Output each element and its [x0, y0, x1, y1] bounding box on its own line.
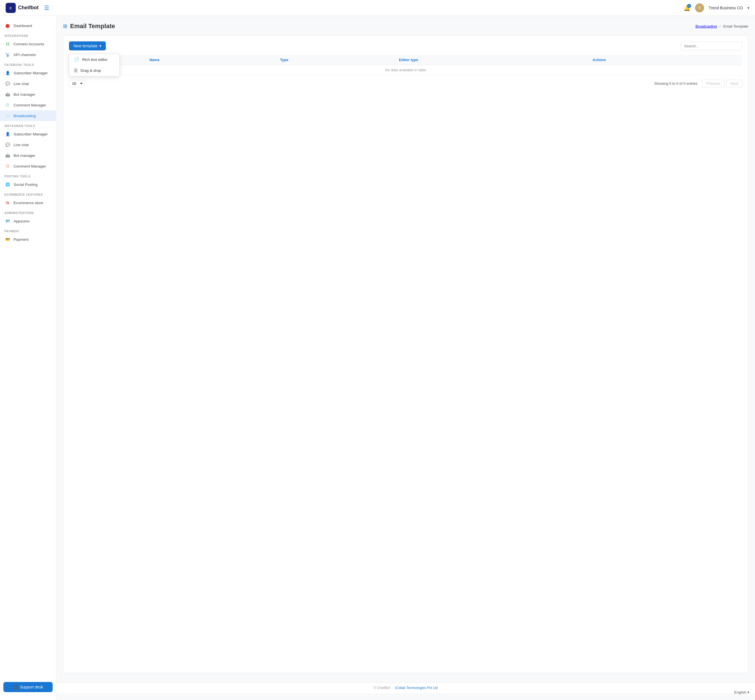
main-content: ⊞ Email Template Broadcasting / Email Te… — [56, 16, 755, 700]
sidebar-label-api: API channels — [14, 53, 36, 57]
col-name: Name — [145, 55, 276, 65]
page-header: ⊞ Email Template Broadcasting / Email Te… — [63, 22, 748, 30]
fb-comment-icon: 🗨 — [5, 102, 11, 108]
support-icon: 🎧 — [13, 685, 18, 689]
sidebar-item-connect-accounts[interactable]: ⛓ Connect Accounts — [0, 39, 56, 49]
new-template-label: New template — [73, 44, 98, 48]
sidebar-item-ig-livechat[interactable]: 💬 Live chat — [0, 139, 56, 150]
logo-icon: C — [6, 3, 16, 13]
fb-subscriber-icon: 👤 — [5, 70, 11, 76]
sidebar-item-ig-subscriber[interactable]: 👤 Subscriber Manager — [0, 129, 56, 139]
sidebar-label-payment: Payment — [14, 238, 28, 242]
connect-accounts-icon: ⛓ — [5, 41, 11, 47]
api-channels-icon: 📡 — [5, 52, 11, 58]
notif-badge: 0 — [687, 4, 691, 8]
sidebar-item-dashboard[interactable]: ⬤ Dashboard — [0, 20, 56, 31]
prev-button[interactable]: Previous — [702, 80, 725, 87]
sidebar-label-ecommerce: Ecommerce store — [14, 201, 43, 205]
posting-tools-label: POSTING TOOLS — [0, 172, 56, 179]
sidebar-item-ig-comment[interactable]: 🗨 Comment Manager — [0, 161, 56, 172]
col-type: Type — [276, 55, 395, 65]
social-posting-icon: 🌐 — [5, 181, 11, 188]
appsumo-icon: 🪪 — [5, 218, 11, 224]
page-title-area: ⊞ Email Template — [63, 22, 115, 30]
sidebar-item-api-channels[interactable]: 📡 API channels — [0, 49, 56, 60]
notification-button[interactable]: 🔔 0 — [683, 5, 691, 11]
rich-text-icon: 📄 — [74, 57, 80, 62]
card-toolbar: New template ▾ 📄 Rich text editor ☰ Drag… — [69, 41, 743, 50]
drag-drop-label: Drag & drop — [81, 69, 101, 73]
instagram-tools-label: INSTAGRAM TOOLS — [0, 121, 56, 129]
sidebar-label-connect: Connect Accounts — [14, 42, 44, 46]
support-label: Support desk — [20, 685, 43, 689]
sidebar-item-fb-livechat[interactable]: 💬 Live chat — [0, 78, 56, 89]
user-name[interactable]: Trend Business CO — [708, 6, 743, 10]
footer-sep: · — [392, 686, 393, 690]
topnav: C Cheifbot ☰ 🔔 0 T Trend Business CO ▾ — [0, 0, 755, 16]
user-avatar: T — [695, 3, 704, 12]
sidebar-item-fb-subscriber[interactable]: 👤 Subscriber Manager — [0, 67, 56, 78]
content-card: New template ▾ 📄 Rich text editor ☰ Drag… — [63, 36, 748, 673]
sidebar-label-ig-livechat: Live chat — [14, 143, 29, 147]
col-editor: Editor type — [395, 55, 588, 65]
support-desk-button[interactable]: 🎧 Support desk — [3, 682, 53, 692]
payment-icon: 💳 — [5, 236, 11, 242]
fb-livechat-icon: 💬 — [5, 81, 11, 87]
sidebar-label-fb-broadcasting: Broadcasting — [14, 114, 36, 118]
sidebar-label-dashboard: Dashboard — [14, 23, 32, 28]
per-page-select: 10 25 50 100 — [69, 80, 85, 87]
sidebar-label-fb-botmanager: Bot manager — [14, 92, 35, 97]
new-template-button[interactable]: New template ▾ — [69, 41, 106, 50]
ig-livechat-icon: 💬 — [5, 142, 11, 148]
sidebar-item-fb-broadcasting[interactable]: 📨 Broadcasting — [0, 110, 56, 121]
pagination: Previous Next — [702, 80, 743, 87]
logo-text: Cheifbot — [18, 5, 39, 11]
hamburger-icon[interactable]: ☰ — [44, 5, 49, 11]
breadcrumb-link[interactable]: Broadcasting — [696, 24, 717, 28]
sidebar-item-payment[interactable]: 💳 Payment — [0, 234, 56, 245]
sidebar-item-fb-comment[interactable]: 🗨 Comment Manager — [0, 100, 56, 110]
next-button[interactable]: Next — [726, 80, 743, 87]
breadcrumb-sep: / — [719, 24, 721, 28]
no-data-message: No data available in table — [69, 65, 743, 75]
sidebar-item-ig-botmanager[interactable]: 🤖 Bot manager — [0, 150, 56, 161]
user-dropdown-icon[interactable]: ▾ — [747, 6, 749, 10]
topnav-right: 🔔 0 T Trend Business CO ▾ — [683, 3, 749, 12]
sidebar-item-appsumo[interactable]: 🪪 Appsumo — [0, 216, 56, 227]
sidebar-label-fb-comment: Comment Manager — [14, 103, 46, 107]
table-no-data-row: No data available in table — [69, 65, 743, 75]
sidebar-label-social: Social Posting — [14, 183, 38, 187]
dropdown-drag-drop[interactable]: ☰ Drag & drop — [69, 65, 119, 76]
col-actions: Actions — [588, 55, 743, 65]
sidebar-item-ecommerce[interactable]: 🛍 Ecommerce store — [0, 197, 56, 208]
email-template-table: # Name Type Editor type Actions No data … — [69, 55, 743, 75]
table-footer: 10 25 50 100 Showing 0 to 0 of 0 entries… — [69, 80, 743, 87]
logo: C Cheifbot — [6, 3, 39, 13]
search-input[interactable] — [680, 42, 743, 50]
language-label: English — [734, 690, 746, 694]
footer-company-link[interactable]: iCollab Technologies Pvt Ltd — [395, 686, 438, 690]
sidebar-label-ig-comment: Comment Manager — [14, 164, 46, 169]
sidebar: ⬤ Dashboard INTEGRATIONS ⛓ Connect Accou… — [0, 16, 56, 700]
language-dropdown-icon: ▾ — [747, 690, 749, 694]
svg-text:T: T — [699, 6, 701, 10]
dropdown-rich-text[interactable]: 📄 Rich text editor — [69, 54, 119, 65]
table-head: # Name Type Editor type Actions — [69, 55, 743, 65]
sidebar-item-fb-botmanager[interactable]: 🤖 Bot manager — [0, 89, 56, 100]
dashboard-icon: ⬤ — [5, 22, 11, 29]
email-template-icon: ⊞ — [63, 23, 67, 29]
payment-label: PAYMENT — [0, 227, 56, 234]
ecommerce-icon: 🛍 — [5, 200, 11, 206]
page-title: Email Template — [70, 22, 115, 30]
footer-copyright: © CheifBot — [374, 686, 390, 690]
rich-text-label: Rich text editor — [82, 58, 108, 62]
layout: ⬤ Dashboard INTEGRATIONS ⛓ Connect Accou… — [0, 16, 755, 700]
sidebar-item-social-posting[interactable]: 🌐 Social Posting — [0, 179, 56, 190]
per-page-dropdown[interactable]: 10 25 50 100 — [69, 80, 85, 87]
breadcrumb-current: Email Template — [723, 24, 748, 28]
site-footer: © CheifBot · iCollab Technologies Pvt Lt… — [56, 682, 755, 693]
facebook-tools-label: FACEBOOK TOOLS — [0, 60, 56, 67]
ig-botmanager-icon: 🤖 — [5, 152, 11, 159]
language-selector[interactable]: English ▾ — [734, 690, 749, 694]
new-template-wrapper: New template ▾ 📄 Rich text editor ☰ Drag… — [69, 41, 106, 50]
